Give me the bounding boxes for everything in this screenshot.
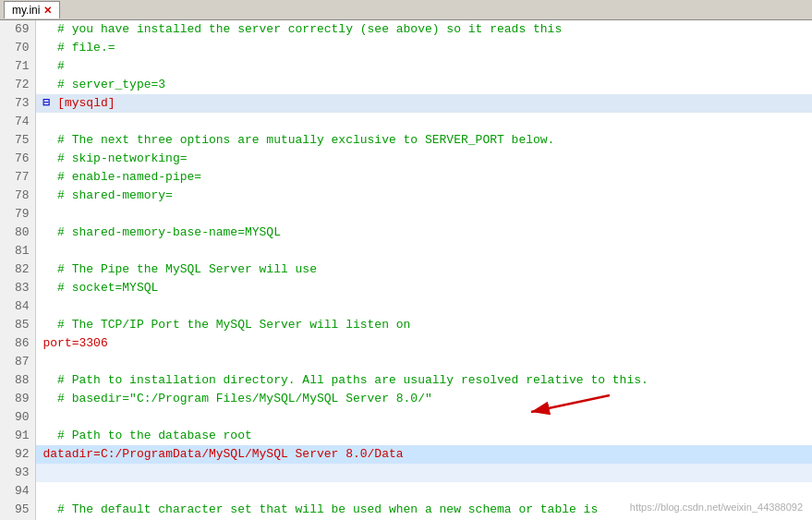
table-row: 78 # shared-memory=: [0, 187, 812, 205]
table-row: 74: [0, 113, 812, 131]
comment-text: # shared-memory=: [43, 188, 173, 202]
line-number: 78: [0, 187, 35, 205]
table-row: 93: [0, 464, 812, 482]
line-content: port=3306: [35, 334, 812, 353]
line-content: # The next three options are mutually ex…: [35, 131, 812, 150]
comment-text: # basedir="C:/Program Files/MySQL/MySQL …: [43, 392, 432, 405]
line-number: 95: [0, 501, 35, 519]
line-number: 69: [0, 20, 35, 39]
table-row: 90: [0, 408, 812, 427]
table-row: 94: [0, 482, 812, 501]
table-row: 86port=3306: [0, 334, 812, 353]
title-bar: my.ini ✕: [0, 0, 812, 20]
line-number: 86: [0, 334, 35, 353]
line-content: # Path to the database root: [35, 427, 812, 445]
tab-filename: my.ini: [12, 4, 40, 17]
table-row: 76 # skip-networking=: [0, 150, 812, 168]
line-content: [35, 482, 812, 501]
line-number: 93: [0, 464, 35, 482]
line-content: [35, 464, 812, 482]
table-row: 72 # server_type=3: [0, 76, 812, 94]
comment-text: # The default character set that will be…: [43, 502, 599, 516]
editor-area: 69 # you have installed the server corre…: [0, 20, 812, 520]
line-content: # socket=MYSQL: [35, 279, 812, 297]
table-row: 85 # The TCP/IP Port the MySQL Server wi…: [0, 316, 812, 334]
comment-text: # The Pipe the MySQL Server will use: [43, 262, 317, 276]
line-content: # The Pipe the MySQL Server will use: [35, 260, 812, 279]
comment-text: # file.=: [43, 41, 115, 54]
table-row: 69 # you have installed the server corre…: [0, 20, 812, 39]
line-content: [35, 205, 812, 224]
comment-text: # enable-named-pipe=: [43, 170, 202, 184]
line-number: 87: [0, 353, 35, 371]
config-value: C:/ProgramData/MySQL/MySQL Server 8.0/Da…: [101, 447, 404, 461]
line-content: [35, 113, 812, 131]
line-content: # enable-named-pipe=: [35, 168, 812, 187]
config-key: port=: [43, 336, 79, 350]
line-content: # skip-networking=: [35, 150, 812, 168]
line-number: 70: [0, 39, 35, 57]
line-content: [35, 408, 812, 427]
section-name: [mysqld]: [57, 96, 115, 110]
line-content: #: [35, 57, 812, 76]
table-row: 79: [0, 205, 812, 224]
comment-text: # Path to installation directory. All pa…: [43, 373, 648, 387]
comment-text: # server_type=3: [43, 78, 166, 91]
table-row: 81: [0, 242, 812, 260]
table-row: 73⊟ [mysqld]: [0, 94, 812, 113]
table-row: 70 # file.=: [0, 39, 812, 57]
section-collapse-icon[interactable]: ⊟: [43, 96, 58, 110]
line-content: ⊟ [mysqld]: [35, 94, 812, 113]
line-content: # basedir="C:/Program Files/MySQL/MySQL …: [35, 390, 812, 408]
tab-close-button[interactable]: ✕: [43, 5, 52, 17]
line-number: 80: [0, 224, 35, 242]
line-number: 91: [0, 427, 35, 445]
comment-text: # you have installed the server correctl…: [43, 22, 563, 36]
line-number: 85: [0, 316, 35, 334]
line-number: 89: [0, 390, 35, 408]
config-key: datadir=: [43, 447, 101, 461]
line-content: [35, 297, 812, 316]
line-number: 82: [0, 260, 35, 279]
config-value: 3306: [79, 336, 108, 350]
table-row: 84: [0, 297, 812, 316]
line-number: 88: [0, 371, 35, 390]
line-content: # file.=: [35, 39, 812, 57]
table-row: 87: [0, 353, 812, 371]
line-number: 77: [0, 168, 35, 187]
watermark-text: https://blog.csdn.net/weixin_44388092: [630, 502, 803, 513]
line-content: # Path to installation directory. All pa…: [35, 371, 812, 390]
comment-text: # The next three options are mutually ex…: [43, 133, 555, 147]
line-number: 79: [0, 205, 35, 224]
line-content: # shared-memory=: [35, 187, 812, 205]
comment-text: # The TCP/IP Port the MySQL Server will …: [43, 318, 411, 332]
table-row: 71 #: [0, 57, 812, 76]
line-number: 72: [0, 76, 35, 94]
table-row: 91 # Path to the database root: [0, 427, 812, 445]
line-content: [35, 242, 812, 260]
table-row: 75 # The next three options are mutually…: [0, 131, 812, 150]
comment-text: # socket=MYSQL: [43, 281, 159, 295]
line-number: 83: [0, 279, 35, 297]
file-tab[interactable]: my.ini ✕: [4, 1, 60, 18]
table-row: 80 # shared-memory-base-name=MYSQL: [0, 224, 812, 242]
table-row: 77 # enable-named-pipe=: [0, 168, 812, 187]
line-number: 81: [0, 242, 35, 260]
table-row: 82 # The Pipe the MySQL Server will use: [0, 260, 812, 279]
line-number: 90: [0, 408, 35, 427]
line-number: 92: [0, 445, 35, 464]
comment-text: # shared-memory-base-name=MYSQL: [43, 225, 281, 239]
table-row: 89 # basedir="C:/Program Files/MySQL/MyS…: [0, 390, 812, 408]
line-content: # shared-memory-base-name=MYSQL: [35, 224, 812, 242]
line-content: datadir=C:/ProgramData/MySQL/MySQL Serve…: [35, 445, 812, 464]
line-number: 84: [0, 297, 35, 316]
line-number: 71: [0, 57, 35, 76]
table-row: 88 # Path to installation directory. All…: [0, 371, 812, 390]
line-number: 74: [0, 113, 35, 131]
line-content: # The TCP/IP Port the MySQL Server will …: [35, 316, 812, 334]
line-number: 73: [0, 94, 35, 113]
line-number: 75: [0, 131, 35, 150]
comment-text: #: [43, 59, 65, 73]
table-row: 83 # socket=MYSQL: [0, 279, 812, 297]
line-number: 94: [0, 482, 35, 501]
